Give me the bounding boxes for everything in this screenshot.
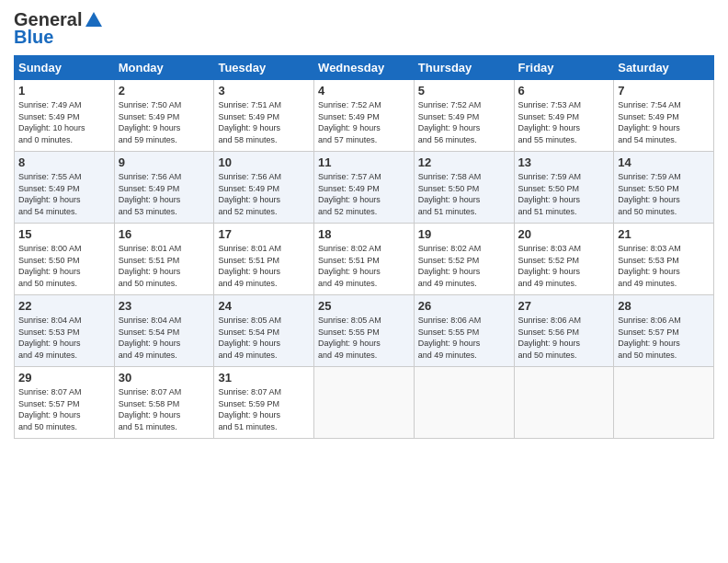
day-number: 23: [119, 299, 210, 313]
day-number: 13: [518, 155, 610, 169]
calendar-cell: 30Sunrise: 8:07 AMSunset: 5:58 PMDayligh…: [114, 367, 214, 439]
day-number: 31: [218, 371, 310, 385]
day-detail: Sunrise: 8:07 AMSunset: 5:59 PMDaylight:…: [218, 386, 310, 432]
calendar-week-row: 8Sunrise: 7:55 AMSunset: 5:49 PMDaylight…: [15, 152, 714, 224]
calendar-cell: 9Sunrise: 7:56 AMSunset: 5:49 PMDaylight…: [114, 152, 214, 224]
day-detail: Sunrise: 8:00 AMSunset: 5:50 PMDaylight:…: [18, 243, 110, 289]
day-detail: Sunrise: 7:54 AMSunset: 5:49 PMDaylight:…: [618, 99, 710, 145]
calendar-week-row: 1Sunrise: 7:49 AMSunset: 5:49 PMDaylight…: [15, 80, 714, 152]
day-number: 16: [119, 227, 210, 241]
day-detail: Sunrise: 8:07 AMSunset: 5:58 PMDaylight:…: [119, 386, 210, 432]
day-number: 17: [218, 227, 310, 241]
calendar-cell: 3Sunrise: 7:51 AMSunset: 5:49 PMDaylight…: [214, 80, 314, 152]
day-number: 1: [18, 84, 110, 98]
page-header: General Blue: [14, 9, 714, 48]
calendar-week-row: 29Sunrise: 8:07 AMSunset: 5:57 PMDayligh…: [15, 367, 714, 439]
day-number: 7: [618, 84, 710, 98]
calendar-cell: 4Sunrise: 7:52 AMSunset: 5:49 PMDaylight…: [314, 80, 415, 152]
day-detail: Sunrise: 8:07 AMSunset: 5:57 PMDaylight:…: [18, 386, 110, 432]
day-detail: Sunrise: 7:50 AMSunset: 5:49 PMDaylight:…: [119, 99, 210, 145]
day-detail: Sunrise: 7:57 AMSunset: 5:49 PMDaylight:…: [318, 171, 410, 217]
day-detail: Sunrise: 7:52 AMSunset: 5:49 PMDaylight:…: [418, 99, 510, 145]
day-detail: Sunrise: 8:06 AMSunset: 5:55 PMDaylight:…: [418, 315, 510, 361]
logo-blue-text: Blue: [14, 27, 53, 48]
day-detail: Sunrise: 7:59 AMSunset: 5:50 PMDaylight:…: [618, 171, 710, 217]
weekday-header: Wednesday: [314, 56, 415, 80]
calendar-week-row: 15Sunrise: 8:00 AMSunset: 5:50 PMDayligh…: [15, 224, 714, 295]
calendar-cell: 27Sunrise: 8:06 AMSunset: 5:56 PMDayligh…: [514, 295, 614, 367]
day-detail: Sunrise: 7:56 AMSunset: 5:49 PMDaylight:…: [119, 171, 210, 217]
calendar-cell: 25Sunrise: 8:05 AMSunset: 5:55 PMDayligh…: [314, 295, 415, 367]
day-detail: Sunrise: 8:03 AMSunset: 5:52 PMDaylight:…: [518, 243, 610, 289]
calendar-cell: 29Sunrise: 8:07 AMSunset: 5:57 PMDayligh…: [15, 367, 115, 439]
calendar-table: SundayMondayTuesdayWednesdayThursdayFrid…: [14, 55, 714, 439]
calendar-cell: 15Sunrise: 8:00 AMSunset: 5:50 PMDayligh…: [15, 224, 115, 295]
calendar-cell: 19Sunrise: 8:02 AMSunset: 5:52 PMDayligh…: [414, 224, 514, 295]
day-number: 14: [618, 155, 710, 169]
day-detail: Sunrise: 7:51 AMSunset: 5:49 PMDaylight:…: [218, 99, 310, 145]
day-detail: Sunrise: 8:06 AMSunset: 5:56 PMDaylight:…: [518, 315, 610, 361]
calendar-cell: 6Sunrise: 7:53 AMSunset: 5:49 PMDaylight…: [514, 80, 614, 152]
calendar-cell: 20Sunrise: 8:03 AMSunset: 5:52 PMDayligh…: [514, 224, 614, 295]
day-detail: Sunrise: 8:01 AMSunset: 5:51 PMDaylight:…: [119, 243, 210, 289]
weekday-header: Tuesday: [214, 56, 314, 80]
calendar-week-row: 22Sunrise: 8:04 AMSunset: 5:53 PMDayligh…: [15, 295, 714, 367]
day-number: 29: [18, 371, 110, 385]
calendar-cell: 22Sunrise: 8:04 AMSunset: 5:53 PMDayligh…: [15, 295, 115, 367]
day-number: 25: [318, 299, 410, 313]
day-detail: Sunrise: 7:55 AMSunset: 5:49 PMDaylight:…: [18, 171, 110, 217]
weekday-header: Saturday: [614, 56, 714, 80]
day-number: 6: [518, 84, 610, 98]
weekday-header: Monday: [114, 56, 214, 80]
calendar-cell: [414, 367, 514, 439]
logo: General Blue: [14, 9, 104, 48]
calendar-cell: 11Sunrise: 7:57 AMSunset: 5:49 PMDayligh…: [314, 152, 415, 224]
day-detail: Sunrise: 7:53 AMSunset: 5:49 PMDaylight:…: [518, 99, 610, 145]
day-number: 30: [119, 371, 210, 385]
weekday-header: Sunday: [15, 56, 115, 80]
calendar-cell: 1Sunrise: 7:49 AMSunset: 5:49 PMDaylight…: [15, 80, 115, 152]
calendar-cell: 23Sunrise: 8:04 AMSunset: 5:54 PMDayligh…: [114, 295, 214, 367]
day-detail: Sunrise: 7:56 AMSunset: 5:49 PMDaylight:…: [218, 171, 310, 217]
day-detail: Sunrise: 8:06 AMSunset: 5:57 PMDaylight:…: [618, 315, 710, 361]
day-number: 9: [119, 155, 210, 169]
day-number: 27: [518, 299, 610, 313]
day-number: 11: [318, 155, 410, 169]
day-detail: Sunrise: 8:01 AMSunset: 5:51 PMDaylight:…: [218, 243, 310, 289]
day-detail: Sunrise: 8:02 AMSunset: 5:52 PMDaylight:…: [418, 243, 510, 289]
day-number: 22: [18, 299, 110, 313]
calendar-cell: 21Sunrise: 8:03 AMSunset: 5:53 PMDayligh…: [614, 224, 714, 295]
calendar-cell: 18Sunrise: 8:02 AMSunset: 5:51 PMDayligh…: [314, 224, 415, 295]
day-detail: Sunrise: 8:05 AMSunset: 5:54 PMDaylight:…: [218, 315, 310, 361]
day-detail: Sunrise: 8:03 AMSunset: 5:53 PMDaylight:…: [618, 243, 710, 289]
calendar-cell: [314, 367, 415, 439]
calendar-cell: [514, 367, 614, 439]
calendar-cell: 16Sunrise: 8:01 AMSunset: 5:51 PMDayligh…: [114, 224, 214, 295]
weekday-header: Friday: [514, 56, 614, 80]
day-detail: Sunrise: 7:49 AMSunset: 5:49 PMDaylight:…: [18, 99, 110, 145]
day-detail: Sunrise: 8:04 AMSunset: 5:53 PMDaylight:…: [18, 315, 110, 361]
calendar-cell: 13Sunrise: 7:59 AMSunset: 5:50 PMDayligh…: [514, 152, 614, 224]
calendar-cell: 14Sunrise: 7:59 AMSunset: 5:50 PMDayligh…: [614, 152, 714, 224]
day-number: 28: [618, 299, 710, 313]
calendar-cell: 12Sunrise: 7:58 AMSunset: 5:50 PMDayligh…: [414, 152, 514, 224]
day-detail: Sunrise: 8:02 AMSunset: 5:51 PMDaylight:…: [318, 243, 410, 289]
svg-marker-0: [85, 12, 102, 27]
calendar-cell: 26Sunrise: 8:06 AMSunset: 5:55 PMDayligh…: [414, 295, 514, 367]
day-detail: Sunrise: 7:58 AMSunset: 5:50 PMDaylight:…: [418, 171, 510, 217]
calendar-cell: 10Sunrise: 7:56 AMSunset: 5:49 PMDayligh…: [214, 152, 314, 224]
logo-icon: [84, 10, 104, 30]
calendar-cell: 7Sunrise: 7:54 AMSunset: 5:49 PMDaylight…: [614, 80, 714, 152]
day-number: 24: [218, 299, 310, 313]
day-number: 3: [218, 84, 310, 98]
calendar-cell: [614, 367, 714, 439]
day-number: 26: [418, 299, 510, 313]
day-number: 15: [18, 227, 110, 241]
day-number: 19: [418, 227, 510, 241]
calendar-cell: 8Sunrise: 7:55 AMSunset: 5:49 PMDaylight…: [15, 152, 115, 224]
weekday-header: Thursday: [414, 56, 514, 80]
day-number: 18: [318, 227, 410, 241]
calendar-cell: 17Sunrise: 8:01 AMSunset: 5:51 PMDayligh…: [214, 224, 314, 295]
calendar-header-row: SundayMondayTuesdayWednesdayThursdayFrid…: [15, 56, 714, 80]
day-detail: Sunrise: 8:05 AMSunset: 5:55 PMDaylight:…: [318, 315, 410, 361]
